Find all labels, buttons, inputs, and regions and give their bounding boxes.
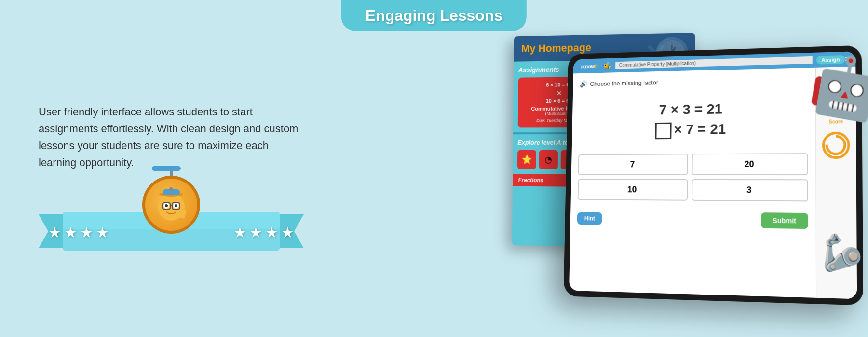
mascot-face-svg (152, 185, 190, 224)
equation-line1: 7 × 3 = 21 (579, 98, 808, 121)
answer-choice-2[interactable]: 20 (692, 153, 808, 175)
stars-left: ★ ★ ★ ★ (48, 224, 109, 241)
lesson-title-bar: Commutative Property (Multiplication) (615, 56, 813, 69)
mascot-avatar (142, 176, 200, 234)
svg-point-11 (175, 204, 177, 207)
brand-iknow: iknow (581, 63, 595, 69)
star-6: ★ (249, 224, 262, 241)
question-text: Choose the missing factor. (590, 79, 660, 87)
equation-line2: × 7 = 21 (579, 118, 808, 140)
right-content: 🕐 × My Homepage Assignments 6 × 10 = 60 … (357, 10, 868, 328)
brand-it: it (595, 63, 597, 69)
description-text: User friendly interface allows students … (39, 103, 299, 171)
star-8: ★ (281, 224, 294, 241)
star-7: ★ (265, 224, 278, 241)
page-title: Engaging Lessons (366, 7, 502, 25)
left-content: User friendly interface allows students … (0, 65, 328, 273)
stars-right: ★ ★ ★ ★ (233, 224, 294, 241)
score-circle (822, 132, 850, 159)
icon-pie[interactable]: ◔ (539, 150, 558, 169)
title-banner: Engaging Lessons (341, 0, 527, 31)
submit-button[interactable]: Submit (761, 212, 809, 229)
svg-point-7 (169, 187, 173, 191)
main-container: Engaging Lessons User friendly interface… (0, 0, 868, 337)
star-1: ★ (48, 224, 61, 241)
star-2: ★ (64, 224, 77, 241)
lesson-brand: iknowit 🐝 (579, 61, 612, 71)
brand-logo: iknowit (579, 62, 600, 70)
lesson-content: 🔊 Choose the missing factor. 7 × 3 = 21 … (569, 68, 816, 298)
star-5: ★ (233, 224, 246, 241)
question-area: 🔊 Choose the missing factor. (580, 75, 808, 87)
answer-choice-1[interactable]: 7 (578, 154, 688, 175)
score-donut (825, 134, 847, 156)
title-my: My (521, 42, 536, 55)
star-4: ★ (96, 224, 109, 241)
homepage-title: My Homepage (521, 42, 591, 55)
answer-grid: 7 20 10 3 (578, 153, 808, 201)
svg-point-10 (165, 204, 168, 207)
svg-point-16 (827, 136, 845, 154)
ribbon-area: ★ ★ ★ ★ ★ ★ ★ ★ (39, 185, 304, 253)
title-homepage: Homepage (538, 42, 591, 54)
lesson-bottom: Hint Submit (577, 207, 808, 233)
mascot-body (142, 176, 200, 234)
answer-choice-3[interactable]: 10 (578, 179, 688, 201)
blank-box (655, 122, 671, 139)
bee-icon: 🐝 (603, 61, 612, 70)
answer-choice-4[interactable]: 3 (692, 179, 808, 201)
math-equation: 7 × 3 = 21 × 7 = 21 (579, 98, 808, 140)
sound-icon[interactable]: 🔊 (580, 80, 587, 88)
star-3: ★ (80, 224, 93, 241)
icon-star[interactable]: ⭐ (517, 150, 536, 169)
hint-button[interactable]: Hint (577, 212, 602, 225)
robot-mascot: 🤖 (805, 47, 868, 127)
